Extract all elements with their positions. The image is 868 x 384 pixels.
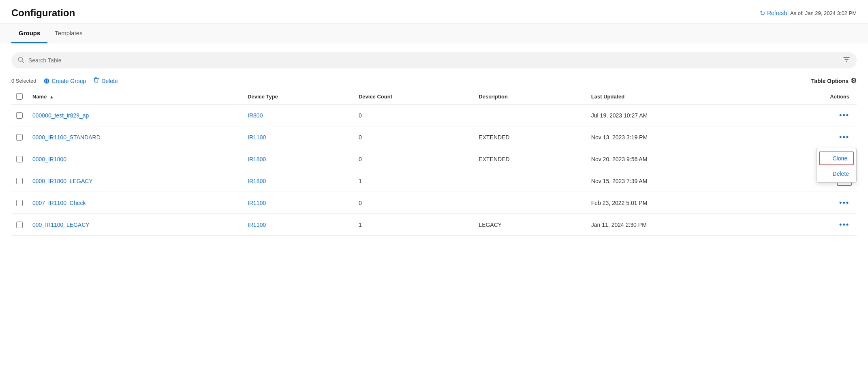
tab-templates[interactable]: Templates (47, 24, 90, 43)
actions-more-btn-1[interactable]: ••• (837, 110, 852, 120)
refresh-button[interactable]: ↻ Refresh (760, 9, 787, 17)
dropdown-item-delete-2[interactable]: Delete (817, 167, 856, 181)
row-checkbox-cell (11, 214, 28, 236)
row-description-2: EXTENDED (474, 126, 586, 148)
create-group-button[interactable]: ⊕ Create Group (43, 77, 86, 85)
search-row (11, 52, 857, 68)
row-name-6: 000_IR1100_LEGACY (28, 214, 243, 236)
row-last-updated-3: Nov 20, 2023 9:56 AM (586, 148, 770, 170)
row-description-5 (474, 192, 586, 214)
svg-line-1 (22, 61, 24, 62)
name-link-1[interactable]: 000000_test_ir829_ap (32, 112, 89, 119)
device-type-link-3[interactable]: IR1800 (248, 156, 266, 162)
row-device-count-4: 1 (354, 170, 474, 192)
select-all-checkbox[interactable] (16, 93, 23, 100)
row-device-count-1: 0 (354, 104, 474, 126)
device-type-link-5[interactable]: IR1100 (248, 200, 266, 206)
device-type-link-6[interactable]: IR1100 (248, 222, 266, 228)
row-checkbox-3[interactable] (16, 156, 23, 162)
selected-count: 0 Selected (11, 78, 36, 84)
table-row: 0007_IR1100_CheckIR11000Feb 23, 2022 5:0… (11, 192, 857, 214)
name-link-2[interactable]: 0000_IR1100_STANDARD (32, 134, 100, 141)
row-name-4: 0000_IR1800_LEGACY (28, 170, 243, 192)
name-link-5[interactable]: 0007_IR1100_Check (32, 200, 86, 206)
row-checkbox-cell (11, 126, 28, 148)
row-device-count-2: 0 (354, 126, 474, 148)
delete-label: Delete (101, 78, 118, 84)
row-device-count-5: 0 (354, 192, 474, 214)
actions-dropdown-2: CloneDelete (816, 148, 857, 183)
row-description-3: EXTENDED (474, 148, 586, 170)
row-checkbox-cell (11, 148, 28, 170)
svg-rect-3 (96, 77, 97, 78)
row-checkbox-4[interactable] (16, 178, 23, 184)
col-last-updated: Last Updated (586, 89, 770, 104)
dropdown-item-clone-2[interactable]: Clone (819, 151, 854, 165)
row-checkbox-cell (11, 192, 28, 214)
search-icon (18, 57, 24, 64)
as-of-label: As of: Jan 29, 2024 3:02 PM (790, 10, 857, 16)
row-checkbox-1[interactable] (16, 112, 23, 119)
row-device-type-6: IR1100 (243, 214, 354, 236)
col-description: Description (474, 89, 586, 104)
row-last-updated-4: Nov 15, 2023 7:39 AM (586, 170, 770, 192)
refresh-icon: ↻ (760, 9, 765, 17)
row-description-1 (474, 104, 586, 126)
page-title: Configuration (11, 7, 75, 19)
content-area: 0 Selected ⊕ Create Group Delete Table O… (0, 43, 868, 245)
device-type-link-1[interactable]: IR800 (248, 112, 263, 119)
sort-asc-icon: ▲ (49, 94, 54, 99)
row-checkbox-cell (11, 104, 28, 126)
col-actions: Actions (770, 89, 857, 104)
table-row: 0000_IR1800IR18000EXTENDEDNov 20, 2023 9… (11, 148, 857, 170)
row-last-updated-1: Jul 19, 2023 10:27 AM (586, 104, 770, 126)
row-checkbox-cell (11, 170, 28, 192)
table-row: 000000_test_ir829_apIR8000Jul 19, 2023 1… (11, 104, 857, 126)
refresh-label: Refresh (767, 10, 787, 16)
tabs-bar: Groups Templates (0, 24, 868, 43)
trash-icon (93, 77, 99, 85)
row-device-count-3: 0 (354, 148, 474, 170)
row-actions-cell-6: ••• (770, 214, 857, 236)
row-device-count-6: 1 (354, 214, 474, 236)
row-last-updated-2: Nov 13, 2023 3:19 PM (586, 126, 770, 148)
actions-more-btn-2[interactable]: ••• (837, 132, 852, 142)
row-name-5: 0007_IR1100_Check (28, 192, 243, 214)
row-device-type-1: IR800 (243, 104, 354, 126)
row-checkbox-5[interactable] (16, 200, 23, 206)
name-link-4[interactable]: 0000_IR1800_LEGACY (32, 178, 93, 184)
groups-table: Name ▲ Device Type Device Count Descript… (11, 89, 857, 236)
filter-icon[interactable] (843, 56, 850, 65)
table-row: 0000_IR1100_STANDARDIR11000EXTENDEDNov 1… (11, 126, 857, 148)
table-options-button[interactable]: Table Options ⚙ (811, 77, 857, 85)
row-checkbox-6[interactable] (16, 222, 23, 228)
delete-button[interactable]: Delete (93, 77, 118, 85)
row-device-type-4: IR1800 (243, 170, 354, 192)
header-right: ↻ Refresh As of: Jan 29, 2024 3:02 PM (760, 9, 857, 17)
search-input[interactable] (28, 57, 839, 64)
name-link-3[interactable]: 0000_IR1800 (32, 156, 66, 162)
row-description-6: LEGACY (474, 214, 586, 236)
name-link-6[interactable]: 000_IR1100_LEGACY (32, 222, 90, 228)
tab-groups[interactable]: Groups (11, 24, 47, 43)
device-type-link-4[interactable]: IR1800 (248, 178, 266, 184)
row-last-updated-6: Jan 11, 2024 2:30 PM (586, 214, 770, 236)
row-actions-cell-2: •••CloneDelete (770, 126, 857, 148)
row-device-type-5: IR1100 (243, 192, 354, 214)
device-type-link-2[interactable]: IR1100 (248, 134, 266, 141)
actions-more-btn-6[interactable]: ••• (837, 220, 852, 230)
create-group-label: Create Group (51, 78, 86, 84)
row-name-2: 0000_IR1100_STANDARD (28, 126, 243, 148)
gear-icon: ⚙ (851, 77, 857, 85)
table-header-row: Name ▲ Device Type Device Count Descript… (11, 89, 857, 104)
row-device-type-3: IR1800 (243, 148, 354, 170)
row-name-3: 0000_IR1800 (28, 148, 243, 170)
page-header: Configuration ↻ Refresh As of: Jan 29, 2… (0, 0, 868, 24)
table-row: 000_IR1100_LEGACYIR11001LEGACYJan 11, 20… (11, 214, 857, 236)
row-checkbox-2[interactable] (16, 134, 23, 141)
actions-more-btn-5[interactable]: ••• (837, 198, 852, 208)
col-device-count: Device Count (354, 89, 474, 104)
table-row: 0000_IR1800_LEGACYIR18001Nov 15, 2023 7:… (11, 170, 857, 192)
row-actions-cell-5: ••• (770, 192, 857, 214)
toolbar-left: 0 Selected ⊕ Create Group Delete (11, 77, 118, 85)
